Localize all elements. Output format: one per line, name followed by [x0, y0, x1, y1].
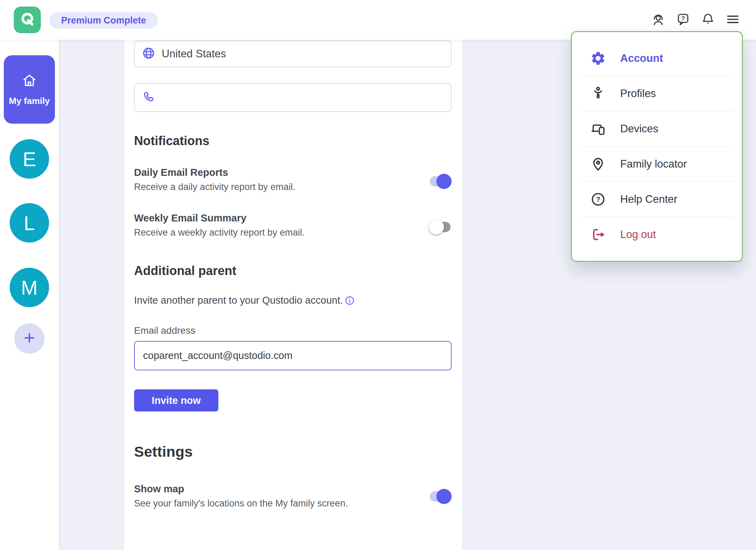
- notifications-heading: Notifications: [134, 134, 209, 148]
- phone-input[interactable]: [162, 91, 444, 104]
- person-cheering-icon: [590, 85, 606, 102]
- show-map-title: Show map: [134, 483, 184, 495]
- notifications-bell-icon[interactable]: [700, 11, 716, 27]
- menu-item-profiles[interactable]: Profiles: [579, 76, 734, 112]
- account-settings-panel: United States Notifications Daily Email …: [124, 40, 462, 550]
- menu-item-account[interactable]: Account: [579, 41, 734, 76]
- gear-icon: [590, 50, 606, 67]
- info-icon[interactable]: [344, 295, 355, 306]
- invite-now-button[interactable]: Invite now: [134, 389, 218, 411]
- phone-field[interactable]: [134, 83, 452, 112]
- sidebar-item-my-family[interactable]: My family: [4, 55, 55, 124]
- avatar-initial: M: [21, 276, 38, 299]
- additional-parent-heading: Additional parent: [134, 264, 236, 278]
- logout-icon: [590, 226, 606, 243]
- support-agent-icon[interactable]: [650, 11, 666, 27]
- daily-email-reports-toggle[interactable]: [429, 174, 452, 189]
- coparent-email-input[interactable]: [134, 341, 452, 370]
- feedback-help-icon[interactable]: ?: [675, 11, 691, 27]
- weekly-email-summary-description: Receive a weekly activity report by emai…: [134, 227, 305, 238]
- country-value: United States: [162, 48, 226, 60]
- show-map-toggle[interactable]: [429, 489, 452, 504]
- question-circle-icon: ?: [590, 191, 606, 208]
- weekly-email-summary-title: Weekly Email Summary: [134, 212, 246, 224]
- invite-parent-text: Invite another parent to your Qustodio a…: [134, 295, 343, 306]
- header-icon-group: ?: [650, 11, 741, 27]
- menu-item-family-locator[interactable]: Family locator: [579, 146, 734, 182]
- family-sidebar: My family E L M: [0, 40, 59, 550]
- profile-avatar-e[interactable]: E: [10, 139, 49, 179]
- country-select[interactable]: United States: [134, 40, 452, 67]
- weekly-email-summary-toggle[interactable]: [429, 219, 452, 235]
- map-pin-icon: [590, 156, 606, 172]
- toggle-knob: [429, 219, 444, 235]
- menu-item-help-center[interactable]: ? Help Center: [579, 182, 734, 217]
- avatar-initial: L: [24, 211, 35, 235]
- devices-icon: [590, 121, 606, 137]
- daily-email-reports-description: Receive a daily activity report by email…: [134, 182, 295, 192]
- globe-icon: [142, 46, 155, 61]
- menu-item-devices[interactable]: Devices: [579, 112, 734, 147]
- menu-item-label: Profiles: [620, 87, 656, 100]
- daily-email-reports-title: Daily Email Reports: [134, 167, 228, 178]
- toggle-knob: [436, 489, 452, 504]
- invite-parent-text-line: Invite another parent to your Qustodio a…: [134, 295, 355, 306]
- svg-text:?: ?: [681, 15, 685, 22]
- menu-item-log-out[interactable]: Log out: [579, 217, 734, 252]
- plus-icon: [22, 330, 37, 347]
- avatar-initial: E: [23, 148, 36, 171]
- menu-item-label: Devices: [620, 123, 658, 135]
- toggle-knob: [436, 174, 452, 189]
- menu-item-label: Account: [620, 52, 663, 65]
- sidebar-my-family-label: My family: [9, 95, 50, 107]
- account-dropdown-menu: Account Profiles: [571, 31, 743, 262]
- home-icon: [21, 72, 38, 90]
- add-profile-button[interactable]: [14, 323, 45, 354]
- qustodio-logo[interactable]: [14, 7, 41, 33]
- settings-heading: Settings: [134, 443, 193, 460]
- plan-badge-label: Premium Complete: [61, 15, 146, 26]
- menu-item-label: Log out: [620, 228, 656, 241]
- show-map-description: See your family's locations on the My fa…: [134, 498, 348, 509]
- svg-text:?: ?: [596, 196, 600, 203]
- phone-icon: [142, 90, 155, 105]
- plan-badge: Premium Complete: [49, 12, 158, 29]
- profile-avatar-l[interactable]: L: [10, 203, 49, 243]
- profile-avatar-m[interactable]: M: [10, 268, 49, 307]
- menu-item-label: Family locator: [620, 158, 687, 170]
- qustodio-q-icon: [18, 10, 36, 30]
- menu-item-label: Help Center: [620, 193, 677, 206]
- email-address-label: Email address: [134, 325, 195, 336]
- qustodio-app: Premium Complete ?: [0, 0, 756, 550]
- hamburger-menu-icon[interactable]: [725, 11, 741, 27]
